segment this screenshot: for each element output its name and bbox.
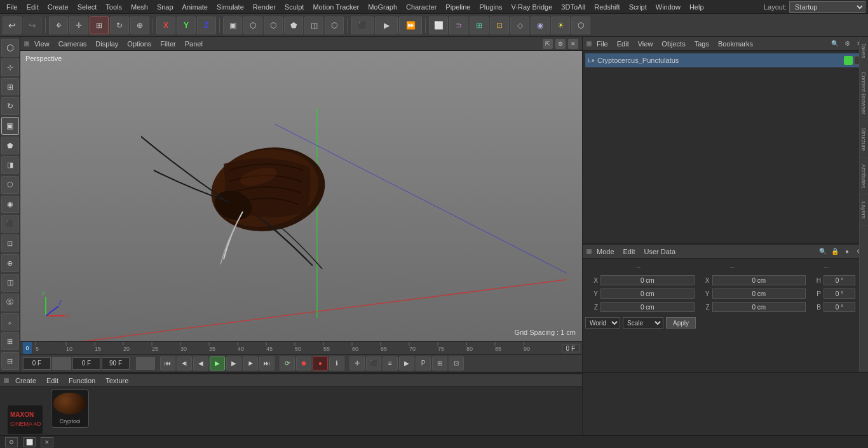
obj-bookmarks[interactable]: Bookmarks (714, 39, 757, 49)
redo-button[interactable]: ↪ (23, 17, 42, 34)
viewport-drag-handle[interactable]: ⠿ (24, 41, 29, 46)
scale-select[interactable]: Scale Position Rotation (623, 317, 663, 329)
render-region-button[interactable]: ⬛ (351, 17, 374, 34)
left-tool-2[interactable]: ⊹ (1, 58, 19, 76)
vp-icon-settings[interactable]: ⚙ (555, 39, 566, 49)
undo-button[interactable]: ↩ (3, 17, 22, 34)
tab-attributes[interactable]: Attributes (860, 158, 868, 195)
mat-edit[interactable]: Edit (43, 376, 62, 386)
left-tool-9[interactable]: ◉ (1, 196, 19, 214)
poly-mode-button[interactable]: ⬟ (284, 17, 303, 34)
deform-button[interactable]: ⊡ (490, 17, 509, 34)
menu-select[interactable]: Select (74, 2, 101, 12)
vp-view[interactable]: View (31, 39, 53, 49)
left-tool-10[interactable]: ⬛ (1, 215, 19, 233)
attr-mode[interactable]: Mode (593, 247, 618, 257)
x-axis-button[interactable]: X (156, 17, 175, 34)
layout-pb-button[interactable]: ⊡ (449, 356, 464, 370)
current-frame-field[interactable] (72, 357, 100, 370)
loop-button[interactable]: ⟳ (280, 356, 295, 370)
mat-swatch-cryptoci[interactable]: Cryptoci (51, 390, 89, 428)
obj-file[interactable]: File (593, 39, 612, 49)
obj-mode-button[interactable]: ▣ (223, 17, 242, 34)
menu-tools[interactable]: Tools (102, 2, 126, 12)
light-button[interactable]: ☀ (551, 17, 570, 34)
attr-x-field1[interactable] (600, 275, 695, 285)
attr-y-field2[interactable] (712, 288, 806, 299)
menu-plugins[interactable]: Plugins (475, 2, 506, 12)
mat-drag-handle[interactable]: ⠿ (4, 378, 9, 383)
param-button[interactable]: P (416, 356, 431, 370)
render-pb-button[interactable]: ▶ (399, 356, 414, 370)
info-button[interactable]: ℹ (329, 356, 344, 370)
obj-objects[interactable]: Objects (658, 39, 689, 49)
attr-h-field[interactable] (824, 275, 855, 285)
left-tool-11[interactable]: ⊡ (1, 234, 19, 252)
rotate-button[interactable]: ↻ (110, 17, 129, 34)
left-tool-15[interactable]: ⬦ (1, 313, 19, 331)
obj-item-cryptoccercus[interactable]: L● Cryptocercus_Punctulatus (585, 53, 865, 67)
left-tool-12[interactable]: ⊕ (1, 254, 19, 272)
y-axis-button[interactable]: Y (177, 17, 196, 34)
record-button[interactable]: ⏺ (296, 356, 311, 370)
apply-button[interactable]: Apply (666, 317, 696, 329)
menu-sculpt[interactable]: Sculpt (281, 2, 308, 12)
mat-function[interactable]: Function (65, 376, 99, 386)
render-viewport-button[interactable]: ▶ (375, 17, 398, 34)
timeline-playhead[interactable]: 0 (23, 342, 32, 354)
menu-vray[interactable]: V-Ray Bridge (508, 2, 557, 12)
prev-frame-field[interactable] (52, 357, 71, 370)
status-icon1[interactable]: ⚙ (5, 437, 18, 447)
attr-z-field1[interactable] (600, 302, 695, 312)
next-key-button[interactable]: |▶ (243, 356, 258, 370)
menu-3dtoall[interactable]: 3DToAll (557, 2, 589, 12)
menu-file[interactable]: File (3, 2, 22, 12)
end-frame-field2[interactable] (136, 357, 155, 370)
attr-drag-handle[interactable]: ⠿ (587, 249, 592, 254)
attr-b-field[interactable] (824, 302, 855, 312)
spline-button[interactable]: ⊃ (449, 17, 468, 34)
obj-drag-handle[interactable]: ⠿ (587, 41, 592, 46)
obj-view[interactable]: View (634, 39, 657, 49)
start-frame-field[interactable] (23, 357, 51, 370)
world-select[interactable]: World Object Local (585, 317, 620, 329)
menu-animate[interactable]: Animate (179, 2, 212, 12)
attr-z-field2[interactable] (712, 302, 806, 312)
obj-settings-icon[interactable]: ⚙ (842, 39, 852, 49)
menu-snap[interactable]: Snap (153, 2, 177, 12)
z-axis-button[interactable]: Z (197, 17, 216, 34)
menu-pipeline[interactable]: Pipeline (442, 2, 474, 12)
scale-button[interactable]: ⊞ (90, 17, 109, 34)
attr-lock-icon[interactable]: 🔒 (830, 247, 840, 257)
menu-redshift[interactable]: Redshift (590, 2, 623, 12)
vertex-mode-button[interactable]: ⬡ (243, 17, 262, 34)
menu-help[interactable]: Help (686, 2, 708, 12)
left-tool-6[interactable]: ⬟ (1, 137, 19, 154)
attr-userdata[interactable]: User Data (641, 247, 680, 257)
menu-window[interactable]: Window (652, 2, 684, 12)
left-tool-17[interactable]: ⊟ (1, 352, 19, 370)
effector-button[interactable]: ◇ (510, 17, 529, 34)
obj-search-icon[interactable]: 🔍 (830, 39, 840, 49)
menu-simulate[interactable]: Simulate (213, 2, 248, 12)
left-tool-14[interactable]: Ⓢ (1, 294, 19, 311)
grid-button[interactable]: ⊞ (432, 356, 447, 370)
next-frame-button[interactable]: ▶ (226, 356, 241, 370)
keys-button[interactable]: ⬛ (366, 356, 381, 370)
menu-motion-tracker[interactable]: Motion Tracker (309, 2, 363, 12)
end-frame-field[interactable] (102, 357, 130, 370)
attr-record-icon[interactable]: ● (842, 247, 852, 257)
vp-icon-expand[interactable]: ⇱ (543, 39, 553, 49)
left-tool-16[interactable]: ⊞ (1, 332, 19, 350)
prev-key-button[interactable]: ◀| (177, 356, 192, 370)
cube-button[interactable]: ⬜ (429, 17, 448, 34)
menu-script[interactable]: Script (625, 2, 651, 12)
vp-options[interactable]: Options (123, 39, 155, 49)
mat-texture[interactable]: Texture (102, 376, 132, 386)
left-tool-5[interactable]: ▣ (1, 117, 19, 135)
camera-button[interactable]: ◉ (531, 17, 550, 34)
attr-p-field[interactable] (824, 288, 855, 299)
status-icon2[interactable]: ⬜ (23, 437, 36, 447)
motion-button[interactable]: ✛ (349, 356, 365, 370)
vp-icon-close[interactable]: ✕ (568, 39, 578, 49)
